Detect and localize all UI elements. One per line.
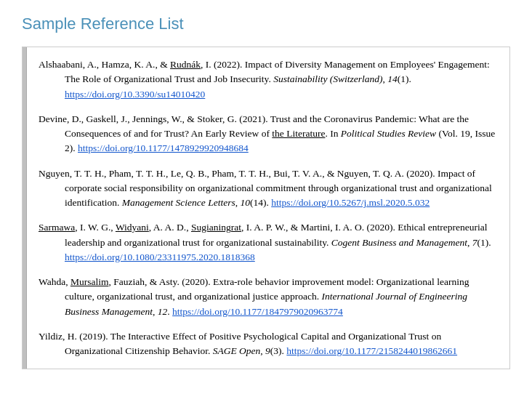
reference-entry-6: Yildiz, H. (2019). The Interactive Effec… xyxy=(39,329,496,359)
reference-entry-3: Nguyen, T. T. H., Pham, T. T. H., Le, Q.… xyxy=(39,166,496,211)
references-list: Alshaabani, A., Hamza, K. A., & Rudnák, … xyxy=(33,57,496,358)
reference-entry-2: Devine, D., Gaskell, J., Jennings, W., &… xyxy=(39,112,496,156)
reference-entry-4: Sarmawa, I. W. G., Widyani, A. A. D., Su… xyxy=(39,220,496,265)
sidebar-indicator xyxy=(23,47,27,369)
page-title: Sample Reference List xyxy=(22,15,510,33)
reference-entry-5: Wahda, Mursalim, Fauziah, & Asty. (2020)… xyxy=(39,275,496,319)
reference-container: Alshaabani, A., Hamza, K. A., & Rudnák, … xyxy=(22,47,510,369)
reference-entry-1: Alshaabani, A., Hamza, K. A., & Rudnák, … xyxy=(39,57,496,102)
